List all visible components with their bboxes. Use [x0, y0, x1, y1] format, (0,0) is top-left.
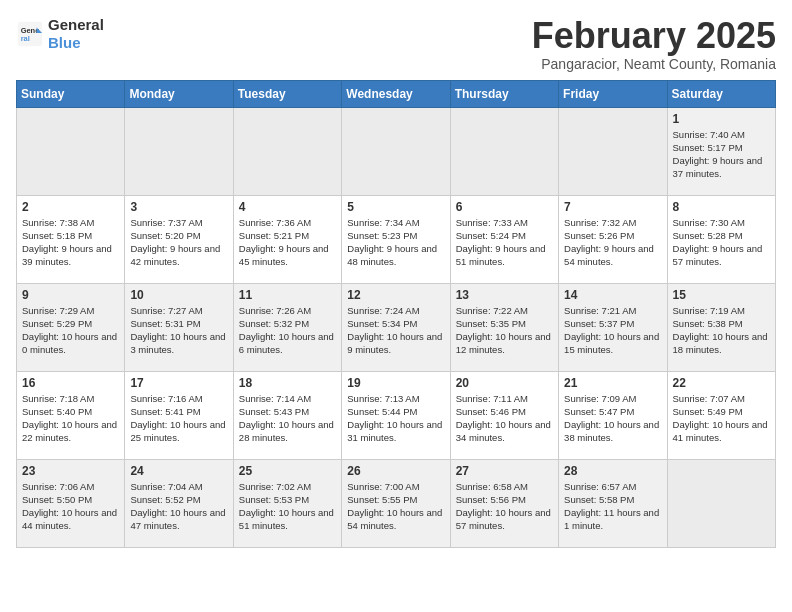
- day-info: Sunrise: 7:07 AM Sunset: 5:49 PM Dayligh…: [673, 392, 770, 445]
- calendar-week-row: 23Sunrise: 7:06 AM Sunset: 5:50 PM Dayli…: [17, 459, 776, 547]
- day-info: Sunrise: 7:18 AM Sunset: 5:40 PM Dayligh…: [22, 392, 119, 445]
- calendar-day-cell: 4Sunrise: 7:36 AM Sunset: 5:21 PM Daylig…: [233, 195, 341, 283]
- calendar-week-row: 1Sunrise: 7:40 AM Sunset: 5:17 PM Daylig…: [17, 107, 776, 195]
- day-number: 12: [347, 288, 444, 302]
- calendar-day-cell: 15Sunrise: 7:19 AM Sunset: 5:38 PM Dayli…: [667, 283, 775, 371]
- day-number: 20: [456, 376, 553, 390]
- weekday-header-thursday: Thursday: [450, 80, 558, 107]
- calendar-day-cell: [233, 107, 341, 195]
- day-info: Sunrise: 7:29 AM Sunset: 5:29 PM Dayligh…: [22, 304, 119, 357]
- calendar-table: SundayMondayTuesdayWednesdayThursdayFrid…: [16, 80, 776, 548]
- day-info: Sunrise: 7:30 AM Sunset: 5:28 PM Dayligh…: [673, 216, 770, 269]
- day-info: Sunrise: 7:09 AM Sunset: 5:47 PM Dayligh…: [564, 392, 661, 445]
- calendar-day-cell: 10Sunrise: 7:27 AM Sunset: 5:31 PM Dayli…: [125, 283, 233, 371]
- day-info: Sunrise: 7:26 AM Sunset: 5:32 PM Dayligh…: [239, 304, 336, 357]
- calendar-day-cell: 27Sunrise: 6:58 AM Sunset: 5:56 PM Dayli…: [450, 459, 558, 547]
- day-number: 7: [564, 200, 661, 214]
- calendar-week-row: 16Sunrise: 7:18 AM Sunset: 5:40 PM Dayli…: [17, 371, 776, 459]
- day-number: 10: [130, 288, 227, 302]
- day-number: 19: [347, 376, 444, 390]
- logo: Gene ral General Blue: [16, 16, 104, 52]
- day-info: Sunrise: 6:58 AM Sunset: 5:56 PM Dayligh…: [456, 480, 553, 533]
- day-info: Sunrise: 6:57 AM Sunset: 5:58 PM Dayligh…: [564, 480, 661, 533]
- calendar-day-cell: [342, 107, 450, 195]
- day-info: Sunrise: 7:19 AM Sunset: 5:38 PM Dayligh…: [673, 304, 770, 357]
- day-info: Sunrise: 7:37 AM Sunset: 5:20 PM Dayligh…: [130, 216, 227, 269]
- day-number: 28: [564, 464, 661, 478]
- page-header: Gene ral General Blue February 2025 Pang…: [16, 16, 776, 72]
- calendar-day-cell: 14Sunrise: 7:21 AM Sunset: 5:37 PM Dayli…: [559, 283, 667, 371]
- day-info: Sunrise: 7:13 AM Sunset: 5:44 PM Dayligh…: [347, 392, 444, 445]
- day-number: 25: [239, 464, 336, 478]
- day-number: 13: [456, 288, 553, 302]
- calendar-day-cell: 16Sunrise: 7:18 AM Sunset: 5:40 PM Dayli…: [17, 371, 125, 459]
- calendar-day-cell: 28Sunrise: 6:57 AM Sunset: 5:58 PM Dayli…: [559, 459, 667, 547]
- day-number: 1: [673, 112, 770, 126]
- day-number: 4: [239, 200, 336, 214]
- calendar-day-cell: 12Sunrise: 7:24 AM Sunset: 5:34 PM Dayli…: [342, 283, 450, 371]
- calendar-week-row: 2Sunrise: 7:38 AM Sunset: 5:18 PM Daylig…: [17, 195, 776, 283]
- day-info: Sunrise: 7:40 AM Sunset: 5:17 PM Dayligh…: [673, 128, 770, 181]
- calendar-day-cell: [125, 107, 233, 195]
- day-number: 16: [22, 376, 119, 390]
- weekday-header-tuesday: Tuesday: [233, 80, 341, 107]
- calendar-day-cell: 21Sunrise: 7:09 AM Sunset: 5:47 PM Dayli…: [559, 371, 667, 459]
- day-number: 17: [130, 376, 227, 390]
- day-info: Sunrise: 7:22 AM Sunset: 5:35 PM Dayligh…: [456, 304, 553, 357]
- day-number: 5: [347, 200, 444, 214]
- day-number: 9: [22, 288, 119, 302]
- calendar-day-cell: 5Sunrise: 7:34 AM Sunset: 5:23 PM Daylig…: [342, 195, 450, 283]
- day-info: Sunrise: 7:27 AM Sunset: 5:31 PM Dayligh…: [130, 304, 227, 357]
- day-info: Sunrise: 7:34 AM Sunset: 5:23 PM Dayligh…: [347, 216, 444, 269]
- calendar-day-cell: 23Sunrise: 7:06 AM Sunset: 5:50 PM Dayli…: [17, 459, 125, 547]
- calendar-day-cell: 22Sunrise: 7:07 AM Sunset: 5:49 PM Dayli…: [667, 371, 775, 459]
- day-info: Sunrise: 7:06 AM Sunset: 5:50 PM Dayligh…: [22, 480, 119, 533]
- day-number: 22: [673, 376, 770, 390]
- calendar-day-cell: 8Sunrise: 7:30 AM Sunset: 5:28 PM Daylig…: [667, 195, 775, 283]
- calendar-day-cell: 9Sunrise: 7:29 AM Sunset: 5:29 PM Daylig…: [17, 283, 125, 371]
- title-area: February 2025 Pangaracior, Neamt County,…: [532, 16, 776, 72]
- calendar-day-cell: [17, 107, 125, 195]
- day-number: 23: [22, 464, 119, 478]
- day-number: 2: [22, 200, 119, 214]
- day-info: Sunrise: 7:36 AM Sunset: 5:21 PM Dayligh…: [239, 216, 336, 269]
- calendar-day-cell: 18Sunrise: 7:14 AM Sunset: 5:43 PM Dayli…: [233, 371, 341, 459]
- calendar-day-cell: 19Sunrise: 7:13 AM Sunset: 5:44 PM Dayli…: [342, 371, 450, 459]
- day-info: Sunrise: 7:21 AM Sunset: 5:37 PM Dayligh…: [564, 304, 661, 357]
- day-info: Sunrise: 7:02 AM Sunset: 5:53 PM Dayligh…: [239, 480, 336, 533]
- day-number: 24: [130, 464, 227, 478]
- day-number: 8: [673, 200, 770, 214]
- day-number: 3: [130, 200, 227, 214]
- calendar-day-cell: 11Sunrise: 7:26 AM Sunset: 5:32 PM Dayli…: [233, 283, 341, 371]
- day-number: 14: [564, 288, 661, 302]
- calendar-day-cell: [667, 459, 775, 547]
- calendar-day-cell: 1Sunrise: 7:40 AM Sunset: 5:17 PM Daylig…: [667, 107, 775, 195]
- day-info: Sunrise: 7:24 AM Sunset: 5:34 PM Dayligh…: [347, 304, 444, 357]
- day-info: Sunrise: 7:11 AM Sunset: 5:46 PM Dayligh…: [456, 392, 553, 445]
- calendar-day-cell: 20Sunrise: 7:11 AM Sunset: 5:46 PM Dayli…: [450, 371, 558, 459]
- calendar-day-cell: [559, 107, 667, 195]
- day-info: Sunrise: 7:33 AM Sunset: 5:24 PM Dayligh…: [456, 216, 553, 269]
- weekday-header-sunday: Sunday: [17, 80, 125, 107]
- day-info: Sunrise: 7:16 AM Sunset: 5:41 PM Dayligh…: [130, 392, 227, 445]
- day-info: Sunrise: 7:00 AM Sunset: 5:55 PM Dayligh…: [347, 480, 444, 533]
- calendar-day-cell: 25Sunrise: 7:02 AM Sunset: 5:53 PM Dayli…: [233, 459, 341, 547]
- day-number: 11: [239, 288, 336, 302]
- day-number: 27: [456, 464, 553, 478]
- day-info: Sunrise: 7:32 AM Sunset: 5:26 PM Dayligh…: [564, 216, 661, 269]
- weekday-header-saturday: Saturday: [667, 80, 775, 107]
- calendar-day-cell: 17Sunrise: 7:16 AM Sunset: 5:41 PM Dayli…: [125, 371, 233, 459]
- calendar-week-row: 9Sunrise: 7:29 AM Sunset: 5:29 PM Daylig…: [17, 283, 776, 371]
- svg-text:ral: ral: [21, 34, 30, 43]
- day-number: 26: [347, 464, 444, 478]
- calendar-day-cell: 24Sunrise: 7:04 AM Sunset: 5:52 PM Dayli…: [125, 459, 233, 547]
- logo-text: General Blue: [48, 16, 104, 52]
- day-info: Sunrise: 7:38 AM Sunset: 5:18 PM Dayligh…: [22, 216, 119, 269]
- day-number: 15: [673, 288, 770, 302]
- weekday-header-row: SundayMondayTuesdayWednesdayThursdayFrid…: [17, 80, 776, 107]
- calendar-title: February 2025: [532, 16, 776, 56]
- day-number: 6: [456, 200, 553, 214]
- calendar-subtitle: Pangaracior, Neamt County, Romania: [532, 56, 776, 72]
- calendar-day-cell: 13Sunrise: 7:22 AM Sunset: 5:35 PM Dayli…: [450, 283, 558, 371]
- weekday-header-wednesday: Wednesday: [342, 80, 450, 107]
